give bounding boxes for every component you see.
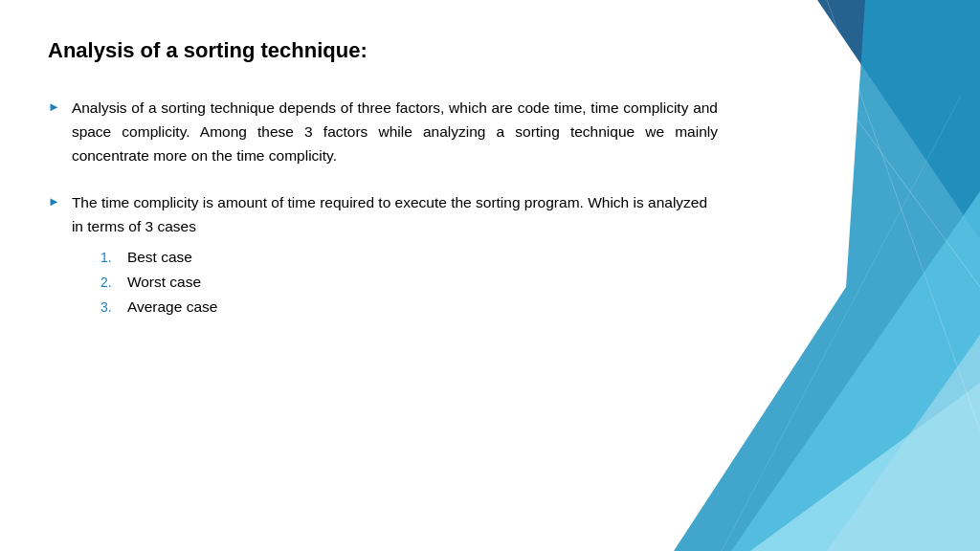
svg-marker-0 <box>817 0 980 239</box>
list-number-1: 1. <box>100 250 120 265</box>
bullet-text-1: Analysis of a sorting technique depends … <box>72 97 718 167</box>
bullet-item-2: ► The time complicity is amount of time … <box>48 191 718 323</box>
cases-list: 1. Best case 2. Worst case 3. Average ca… <box>100 249 718 316</box>
svg-line-5 <box>827 0 980 430</box>
bullet-item-1: ► Analysis of a sorting technique depend… <box>48 97 718 167</box>
bullet-section-2: ► The time complicity is amount of time … <box>48 191 718 323</box>
list-text-1: Best case <box>127 249 192 266</box>
bullet-text-2: The time complicity is amount of time re… <box>72 194 707 234</box>
list-item-1: 1. Best case <box>100 249 718 266</box>
content-area: Analysis of a sorting technique: ► Analy… <box>0 0 766 386</box>
slide-title: Analysis of a sorting technique: <box>48 38 718 63</box>
list-number-2: 2. <box>100 275 120 290</box>
bullet-section-1: ► Analysis of a sorting technique depend… <box>48 97 718 167</box>
svg-line-4 <box>769 0 980 287</box>
bullet-arrow-1: ► <box>48 99 60 114</box>
list-text-2: Worst case <box>127 274 201 291</box>
list-text-3: Average case <box>127 298 218 316</box>
list-item-3: 3. Average case <box>100 298 718 316</box>
list-item-2: 2. Worst case <box>100 274 718 291</box>
bullet-arrow-2: ► <box>48 194 60 209</box>
svg-marker-2 <box>731 191 980 551</box>
list-number-3: 3. <box>100 299 120 315</box>
slide: Analysis of a sorting technique: ► Analy… <box>0 0 980 551</box>
svg-marker-3 <box>827 335 980 551</box>
